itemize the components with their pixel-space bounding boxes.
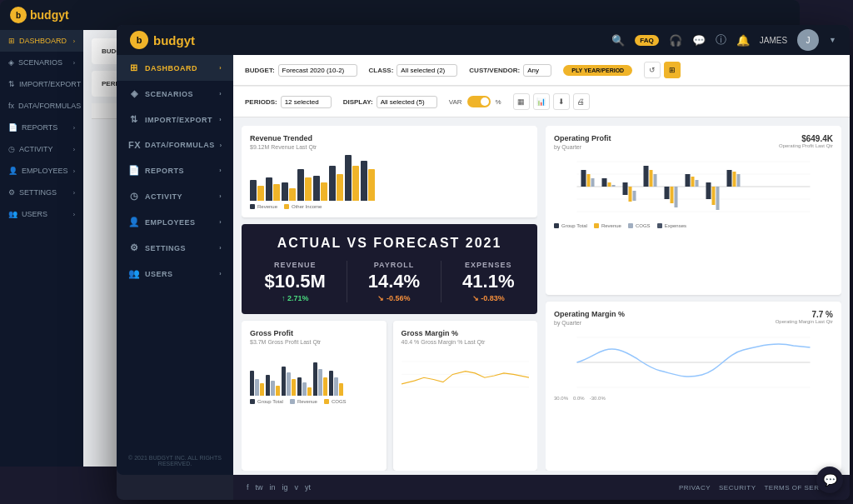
bar-group-1 <box>250 180 264 201</box>
bar-yellow-4 <box>305 177 312 201</box>
chat-bubble[interactable]: 💬 <box>816 467 843 493</box>
bg-sidebar-item-activity[interactable]: ◷ACTIVITY› <box>0 138 83 160</box>
candle-6 <box>329 371 343 396</box>
social-linkedin[interactable]: in <box>270 483 276 492</box>
security-link[interactable]: SECURITY <box>719 484 756 492</box>
bell-icon[interactable]: 🔔 <box>736 34 750 47</box>
bg-sidebar-item-employees[interactable]: 👤EMPLOYEES› <box>0 160 83 182</box>
bar-group-4 <box>297 169 312 201</box>
class-select[interactable]: All selected (2) <box>397 64 457 77</box>
candle-bar-5c <box>323 377 327 396</box>
legend-revenue-gp: Revenue <box>290 399 317 404</box>
bg-sidebar-item-import-export[interactable]: ⇅IMPORT/EXPORT› <box>0 73 83 95</box>
budget-select[interactable]: Forecast 2020 (10-2) <box>278 64 357 77</box>
chevron-down-icon[interactable]: ▼ <box>829 36 836 44</box>
periods-select[interactable]: 12 selected <box>281 96 332 108</box>
grid-icon[interactable]: ⊞ <box>664 62 681 78</box>
legend-cogs: COGS <box>324 399 347 404</box>
privacy-link[interactable]: PRIVACY <box>679 484 711 492</box>
bg-sidebar-item-users[interactable]: 👥USERS› <box>0 203 83 225</box>
display-select[interactable]: All selected (5) <box>377 96 437 108</box>
legend-dot-cogs <box>324 399 329 404</box>
operating-profit-card: Operating Profit by Quarter $649.4K Oper… <box>546 126 841 295</box>
import-export-icon: ⇅ <box>128 114 140 125</box>
social-vimeo[interactable]: v <box>295 483 299 492</box>
op-bar-4-yellow <box>650 170 653 187</box>
legend-dot-revenue-gp <box>290 399 295 404</box>
bar-dark-7 <box>345 155 352 201</box>
chart-icon[interactable]: 📊 <box>533 93 550 110</box>
avf-divider-1 <box>347 261 347 302</box>
op-bar-1-dark <box>581 170 586 187</box>
avf-payroll: PAYROLL 14.4% ↘ -0.56% <box>368 261 420 302</box>
sidebar-item-employees[interactable]: 👤 EMPLOYEES › <box>117 209 233 235</box>
om-y-labels: 30.0% 0.0% -30.0% <box>554 396 833 401</box>
gross-margin-polyline <box>402 372 530 384</box>
bg-sidebar-item-reports[interactable]: 📄REPORTS› <box>0 117 83 138</box>
om-value-group: 7.7 % Operating Margin Last Qtr <box>776 310 833 324</box>
candle-2 <box>266 375 280 396</box>
candle-bar-1a <box>250 371 254 396</box>
main-logo-icon: b <box>130 31 148 49</box>
gross-margin-svg <box>402 350 530 396</box>
var-label: VAR <box>449 98 462 106</box>
var-switch[interactable] <box>467 96 491 107</box>
op-bar-7-light <box>716 187 720 210</box>
bg-sidebar-item-data[interactable]: fxDATA/FORMULAS› <box>0 95 83 117</box>
bg-sidebar-item-settings[interactable]: ⚙SETTINGS› <box>0 182 83 203</box>
social-facebook[interactable]: f <box>247 483 249 492</box>
sidebar-item-reports[interactable]: 📄 REPORTS › <box>117 157 233 183</box>
om-y-mid: 0.0% <box>573 396 585 401</box>
revenue-trended-card: Revenue Trended $9.12M Revenue Last Qtr <box>242 126 537 217</box>
bar-dark-2 <box>266 177 272 201</box>
faq-badge[interactable]: FAQ <box>635 35 658 46</box>
om-header: Operating Margin % by Quarter 7.7 % Oper… <box>554 310 833 326</box>
chat-icon[interactable]: 💬 <box>692 34 706 47</box>
op-legend-dot-group <box>554 223 559 228</box>
reports-arrow: › <box>219 167 222 173</box>
users-icon: 👥 <box>128 268 140 279</box>
table-icon[interactable]: ▦ <box>513 93 530 110</box>
main-filters-row1: BUDGET: Forecast 2020 (10-2) CLASS: All … <box>233 55 850 86</box>
operating-margin-svg <box>554 329 833 396</box>
candle-bar-4c <box>307 387 312 396</box>
left-column: Revenue Trended $9.12M Revenue Last Qtr <box>242 126 537 471</box>
social-twitter[interactable]: tw <box>256 483 263 492</box>
bar-group-6 <box>329 166 343 201</box>
op-legend: Group Total Revenue COGS Expenses <box>554 223 833 228</box>
candle-3 <box>282 367 296 396</box>
op-bar-7-dark <box>706 182 711 199</box>
class-filter: CLASS: All selected (2) <box>369 64 458 77</box>
bar-dark-4 <box>297 169 304 201</box>
print-icon[interactable]: 🖨 <box>573 93 590 110</box>
sidebar-item-data-formulas[interactable]: fx DATA/FORMULAS › <box>117 132 233 157</box>
bg-sidebar-item-dashboard[interactable]: ⊞DASHBOARD› <box>0 30 83 52</box>
sidebar-item-activity[interactable]: ◷ ACTIVITY › <box>117 183 233 209</box>
gross-profit-legend: Group Total Revenue COGS <box>250 399 378 404</box>
bg-sidebar-item-scenarios[interactable]: ◈SCENARIOS› <box>0 52 83 73</box>
sidebar-item-dashboard[interactable]: ⊞ DASHBOARD › <box>117 55 233 81</box>
search-icon[interactable]: 🔍 <box>611 34 625 47</box>
sidebar-item-scenarios[interactable]: ◈ SCENARIOS › <box>117 81 233 107</box>
social-youtube[interactable]: yt <box>305 483 311 492</box>
cust-vendor-select[interactable]: Any <box>523 64 551 77</box>
revenue-trended-title: Revenue Trended <box>250 134 529 142</box>
op-legend-expenses: Expenses <box>657 223 686 228</box>
headset-icon[interactable]: 🎧 <box>669 34 682 47</box>
bar-yellow-3 <box>289 188 296 201</box>
op-title: Operating Profit <box>554 134 611 142</box>
import-export-arrow: › <box>219 117 222 122</box>
refresh-icon[interactable]: ↺ <box>644 62 661 78</box>
avf-revenue: REVENUE $10.5M ↑ 2.71% <box>264 261 325 302</box>
bar-dark-1 <box>250 180 257 201</box>
social-instagram[interactable]: ig <box>282 483 288 492</box>
sidebar-item-settings[interactable]: ⚙ SETTINGS › <box>117 235 233 261</box>
info-icon[interactable]: ⓘ <box>716 32 726 47</box>
candle-bar-2c <box>276 386 280 396</box>
ply-button[interactable]: PLY YEAR/PERIOD <box>563 65 632 76</box>
sidebar-item-import-export[interactable]: ⇅ IMPORT/EXPORT › <box>117 107 233 132</box>
view-icons: ↺ ⊞ <box>644 62 681 78</box>
sidebar-item-users[interactable]: 👥 USERS › <box>117 261 233 287</box>
download-icon[interactable]: ⬇ <box>553 93 570 110</box>
bg-sidebar: ⊞DASHBOARD› ◈SCENARIOS› ⇅IMPORT/EXPORT› … <box>0 30 83 467</box>
